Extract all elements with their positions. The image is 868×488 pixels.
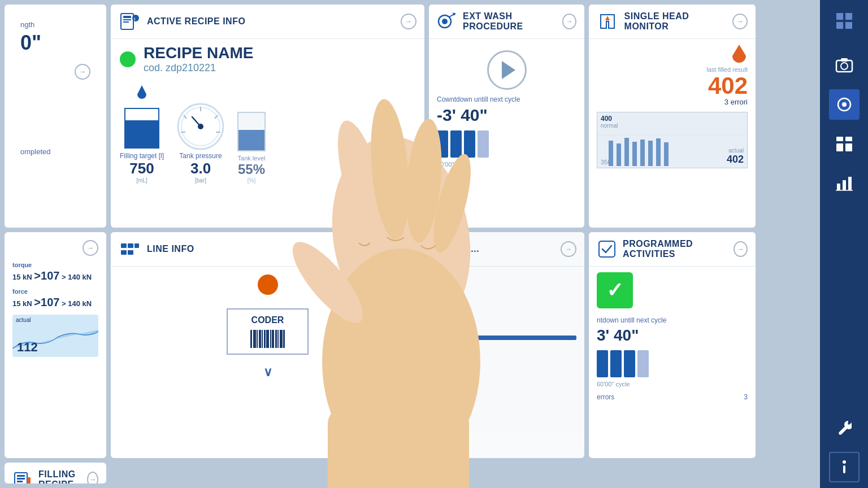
progress-bars bbox=[437, 130, 576, 158]
svg-rect-51 bbox=[836, 137, 843, 141]
sidebar-icon-grid[interactable] bbox=[829, 6, 860, 36]
prog-bar-4 bbox=[637, 350, 649, 377]
log-green-indicator bbox=[437, 349, 576, 363]
svg-point-14 bbox=[198, 124, 203, 129]
log-cont-label: conto bbox=[455, 370, 471, 378]
svg-rect-44 bbox=[836, 22, 843, 29]
bottom-left-partial-panel: → torque 15 kN >107 > 140 kN force 15 kN… bbox=[5, 232, 106, 458]
sidebar-icon-info[interactable] bbox=[829, 452, 860, 482]
barcode-line bbox=[266, 330, 269, 348]
torque-value: >107 bbox=[34, 269, 59, 282]
active-recipe-title: ACTIVE RECIPE INFO bbox=[147, 16, 245, 27]
ext-wash-icon bbox=[437, 10, 457, 33]
log-nav-arrow[interactable]: → bbox=[561, 241, 576, 257]
barcode-line bbox=[270, 330, 271, 348]
sidebar-icon-wrench[interactable] bbox=[829, 412, 860, 443]
shm-nav-arrow[interactable]: → bbox=[732, 14, 748, 29]
svg-text:i: i bbox=[134, 16, 135, 21]
svg-point-16 bbox=[442, 19, 448, 24]
prog-bar-2 bbox=[610, 350, 622, 377]
svg-rect-28 bbox=[121, 243, 127, 248]
barcode-line bbox=[275, 330, 277, 348]
prog-bar-4 bbox=[478, 130, 489, 158]
line-info-title: LINE INFO bbox=[147, 244, 194, 254]
shm-chart: 400 normal bbox=[597, 112, 748, 168]
prog-bar-3 bbox=[624, 350, 635, 377]
line-info-orange-dot bbox=[258, 274, 278, 295]
svg-point-50 bbox=[842, 102, 847, 107]
svg-rect-38 bbox=[17, 475, 25, 477]
coder-label: CODER bbox=[236, 315, 300, 325]
errors-value: 3 bbox=[744, 393, 748, 401]
svg-rect-53 bbox=[836, 143, 843, 151]
line-info-header: LINE INFO → bbox=[111, 232, 424, 267]
tank-level-unit: [%] bbox=[248, 177, 255, 184]
filling-recipe-title: FILLING RECIPE bbox=[38, 469, 87, 483]
shm-icon bbox=[597, 10, 619, 33]
barcode bbox=[236, 330, 300, 348]
top-left-nav-arrow[interactable]: → bbox=[75, 64, 90, 80]
log-progress-bar bbox=[437, 336, 576, 340]
recipe-content: RECIPE NAME cod. zdp210221 bbox=[111, 39, 424, 193]
filling-recipe-icon bbox=[12, 468, 33, 483]
shm-header: SINGLE HEAD MONITOR → bbox=[589, 5, 756, 39]
filling-recipe-nav-arrow[interactable]: → bbox=[87, 472, 98, 483]
bottom-left-nav-arrow[interactable]: → bbox=[83, 240, 98, 256]
shm-content: last filled result 402 3 errori 400 norm… bbox=[589, 39, 756, 174]
small-chart-actual-value: 112 bbox=[17, 340, 38, 355]
length-label: ngth bbox=[20, 20, 90, 29]
prog-countdown-value: 3' 40" bbox=[597, 326, 748, 345]
ext-wash-content: Cowntdown untill next cycle -3' 40" 60'0… bbox=[429, 39, 584, 173]
log-orange-indicator: conto bbox=[437, 367, 576, 381]
svg-rect-56 bbox=[843, 180, 846, 190]
svg-rect-55 bbox=[837, 184, 840, 190]
prog-cycle-label: 60'00" cycle bbox=[597, 381, 748, 387]
recipe-code: cod. zdp210221 bbox=[144, 62, 253, 74]
log-orange-circle bbox=[437, 367, 450, 381]
svg-rect-60 bbox=[843, 465, 845, 473]
sidebar-icon-camera[interactable] bbox=[829, 50, 860, 80]
barcode-line bbox=[277, 330, 279, 348]
svg-rect-2 bbox=[123, 19, 131, 20]
errors-label: errors bbox=[597, 393, 614, 401]
svg-rect-1 bbox=[123, 16, 131, 18]
prog-countdown-label: ntdown untill next cycle bbox=[597, 316, 748, 324]
sidebar-icon-dashboard[interactable] bbox=[829, 129, 860, 159]
svg-marker-18 bbox=[605, 16, 610, 20]
shm-drop-area bbox=[597, 45, 748, 65]
svg-rect-3 bbox=[123, 21, 129, 23]
line-info-panel: LINE INFO → CODER bbox=[111, 232, 424, 458]
sidebar-icon-circle[interactable] bbox=[829, 89, 860, 120]
torque-range-right: > 140 kN bbox=[62, 273, 92, 281]
play-button-area bbox=[437, 50, 576, 90]
svg-rect-48 bbox=[841, 58, 848, 62]
play-triangle bbox=[502, 61, 515, 79]
line-info-content: CODER bbox=[111, 267, 424, 387]
active-recipe-nav-arrow[interactable]: → bbox=[401, 14, 416, 29]
play-icon[interactable] bbox=[487, 50, 527, 90]
prog-bar-1 bbox=[597, 350, 608, 377]
barcode-line bbox=[272, 330, 274, 348]
force-range-right: > 140 kN bbox=[62, 299, 92, 308]
svg-rect-42 bbox=[836, 13, 843, 20]
active-recipe-header: i ACTIVE RECIPE INFO → bbox=[111, 5, 424, 39]
chevron-down-icon[interactable]: ∨ bbox=[263, 365, 272, 380]
svg-point-59 bbox=[843, 460, 846, 464]
tank-visual bbox=[124, 108, 159, 149]
svg-rect-26 bbox=[656, 138, 661, 166]
barcode-line bbox=[264, 330, 266, 348]
filling-target-value: 750 bbox=[129, 160, 154, 177]
coder-box: CODER bbox=[227, 308, 309, 355]
ext-wash-nav-arrow[interactable]: → bbox=[562, 14, 576, 29]
prog-act-nav-arrow[interactable]: → bbox=[734, 241, 748, 257]
force-row: 15 kN >107 > 140 kN bbox=[12, 296, 98, 309]
torque-section: torque 15 kN >107 > 140 kN bbox=[12, 262, 98, 282]
tank-level-value: 55% bbox=[238, 162, 265, 177]
line-info-nav-arrow[interactable]: → bbox=[401, 241, 416, 257]
svg-rect-35 bbox=[442, 246, 447, 247]
sidebar-icon-chart[interactable] bbox=[829, 168, 860, 199]
pressure-gauge-icon bbox=[175, 101, 226, 152]
barcode-line bbox=[253, 330, 256, 348]
ext-wash-header: EXT WASH PROCEDURE → bbox=[429, 5, 584, 39]
svg-rect-24 bbox=[640, 140, 645, 166]
